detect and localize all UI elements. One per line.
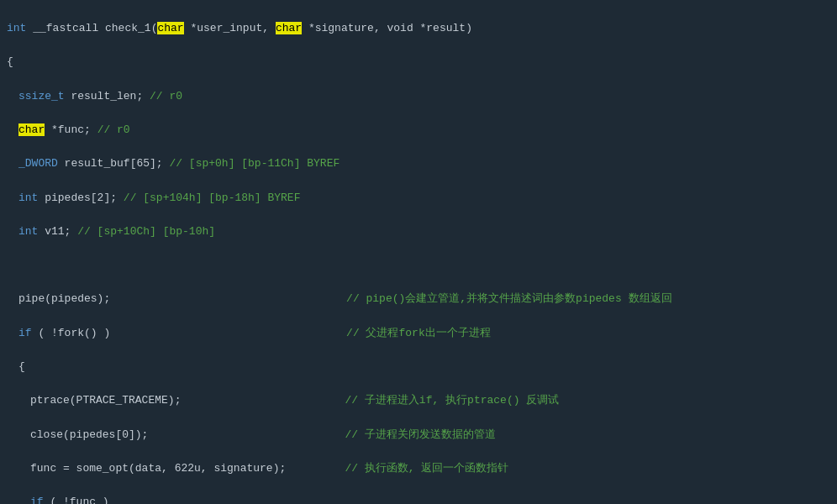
- hl-char-3: char: [18, 123, 45, 136]
- line-1: int __fastcall check_1(char *user_input,…: [7, 20, 830, 37]
- line-15: if ( !func ): [7, 494, 830, 504]
- line-11: {: [7, 359, 830, 375]
- line-4: char *func; // r0: [7, 122, 830, 139]
- line-6: int pipedes[2]; // [sp+104h] [bp-18h] BY…: [7, 190, 830, 207]
- line-3: ssize_t result_len; // r0: [7, 88, 830, 105]
- line-10: if ( !fork() ) // 父进程fork出一个子进程: [7, 325, 830, 342]
- line-8: [7, 257, 830, 274]
- hl-char-2: char: [276, 22, 302, 34]
- line-2: {: [7, 54, 830, 71]
- line-7: int v11; // [sp+10Ch] [bp-10h]: [7, 223, 830, 240]
- code-container: int __fastcall check_1(char *user_input,…: [0, 0, 837, 504]
- line-12: ptrace(PTRACE_TRACEME); // 子进程进入if, 执行pt…: [7, 392, 830, 409]
- line-5: _DWORD result_buf[65]; // [sp+0h] [bp-11…: [7, 155, 830, 172]
- line-14: func = some_opt(data, 622u, signature); …: [7, 460, 830, 477]
- line-13: close(pipedes[0]); // 子进程关闭发送数据的管道: [7, 427, 830, 444]
- line-9: pipe(pipedes); // pipe()会建立管道,并将文件描述词由参数…: [7, 291, 830, 307]
- kw-int: int: [7, 22, 26, 34]
- hl-char-1: char: [157, 22, 183, 34]
